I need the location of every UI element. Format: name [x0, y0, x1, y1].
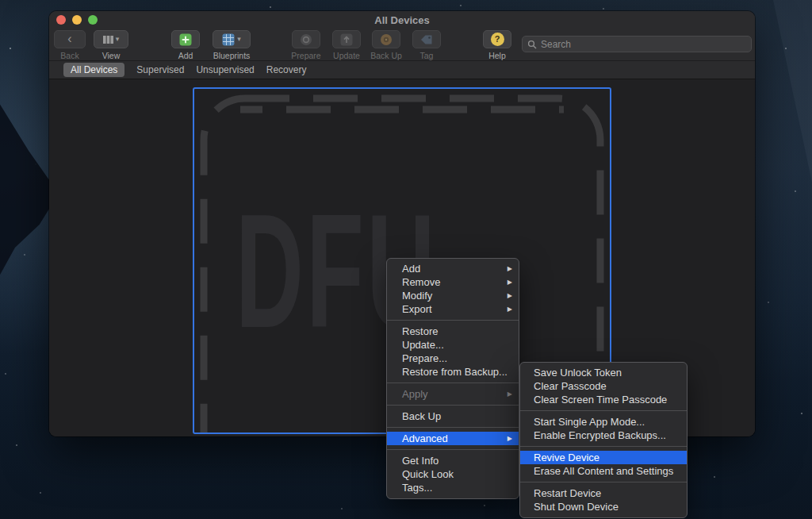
toolbar-add: Add [165, 30, 206, 60]
help-icon: ? [491, 33, 504, 46]
tab-recovery[interactable]: Recovery [266, 64, 307, 75]
back-up-button[interactable] [372, 30, 400, 48]
menu-separator [387, 383, 519, 383]
submenu-arrow-icon: ▶ [508, 279, 512, 286]
menu-item-label: Back Up [402, 410, 512, 422]
toolbar-back: ‹ Back [52, 30, 87, 60]
menu-item-label: Restore [402, 325, 512, 337]
menu-separator [520, 446, 687, 447]
toolbar-help: ? Help [477, 30, 517, 60]
menu-item-label: Quick Look [402, 468, 512, 480]
tag-label: Tag [408, 51, 446, 60]
menu-item-tags[interactable]: Tags... [387, 481, 519, 494]
advanced-submenu: Save Unlock TokenClear PasscodeClear Scr… [519, 362, 688, 518]
menu-item-apply: Apply▶ [387, 387, 519, 401]
menu-item-save-unlock-token[interactable]: Save Unlock Token [520, 366, 687, 379]
window-title: All Devices [49, 14, 755, 26]
tab-supervised[interactable]: Supervised [136, 64, 184, 75]
back-button[interactable]: ‹ [54, 30, 86, 48]
cliff-silhouette [756, 0, 812, 183]
back-up-label: Back Up [364, 51, 408, 60]
add-label: Add [165, 51, 206, 60]
tab-all-devices[interactable]: All Devices [63, 63, 124, 77]
menu-item-label: Modify [402, 290, 501, 302]
toolbar-view: ▾ View [92, 30, 130, 60]
menu-item-label: Add [402, 263, 501, 275]
add-button[interactable] [171, 30, 200, 48]
menu-item-enable-encrypted-backups[interactable]: Enable Encrypted Backups... [520, 429, 687, 442]
menu-item-label: Clear Screen Time Passcode [534, 394, 680, 406]
help-button[interactable]: ? [483, 30, 511, 48]
update-label: Update [327, 51, 366, 60]
menu-separator [520, 482, 687, 482]
toolbar: ‹ Back ▾ View A [49, 29, 755, 61]
menu-item-shut-down-device[interactable]: Shut Down Device [520, 500, 687, 513]
tab-unsupervised[interactable]: Unsupervised [196, 64, 254, 75]
menu-item-erase-all-content-and-settings[interactable]: Erase All Content and Settings [520, 464, 687, 478]
prepare-icon [300, 33, 312, 46]
chevron-down-icon: ▾ [237, 36, 241, 43]
chevron-down-icon: ▾ [116, 36, 120, 43]
submenu-arrow-icon: ▶ [508, 390, 512, 398]
menu-item-label: Advanced [402, 432, 501, 444]
menu-item-label: Start Single App Mode... [534, 416, 680, 428]
toolbar-back-up: Back Up [364, 30, 408, 60]
menu-item-label: Erase All Content and Settings [534, 465, 680, 477]
menu-item-add[interactable]: Add▶ [387, 262, 519, 275]
menu-item-restore-from-backup[interactable]: Restore from Backup... [387, 365, 519, 379]
menu-item-advanced[interactable]: Advanced▶ [387, 432, 519, 445]
menu-item-start-single-app-mode[interactable]: Start Single App Mode... [520, 415, 687, 429]
menu-item-export[interactable]: Export▶ [387, 302, 519, 316]
menu-item-label: Revive Device [534, 452, 680, 463]
menu-item-label: Apply [402, 388, 501, 400]
menu-item-remove[interactable]: Remove▶ [387, 275, 519, 289]
view-button[interactable]: ▾ [94, 30, 128, 48]
chevron-left-icon: ‹ [67, 33, 71, 45]
menu-item-restore[interactable]: Restore [387, 325, 519, 338]
menu-item-label: Tags... [402, 482, 512, 494]
menu-item-prepare[interactable]: Prepare... [387, 352, 519, 365]
window-titlebar[interactable]: All Devices [49, 11, 755, 29]
menu-separator [387, 320, 519, 321]
menu-item-revive-device[interactable]: Revive Device [520, 451, 687, 464]
menu-item-restart-device[interactable]: Restart Device [520, 486, 687, 500]
zoom-button[interactable] [88, 15, 98, 25]
submenu-arrow-icon: ▶ [508, 435, 512, 442]
minimize-button[interactable] [72, 15, 82, 25]
menu-item-label: Export [402, 303, 501, 315]
tag-icon [420, 33, 433, 46]
close-button[interactable] [56, 15, 66, 25]
submenu-arrow-icon: ▶ [508, 265, 512, 272]
back-up-icon [380, 33, 393, 46]
menu-item-label: Enable Encrypted Backups... [534, 429, 680, 441]
menu-item-label: Restore from Backup... [402, 366, 512, 378]
menu-item-label: Clear Passcode [534, 380, 680, 392]
search-field[interactable] [522, 36, 752, 52]
back-label: Back [52, 51, 87, 60]
view-label: View [92, 51, 130, 60]
menu-separator [520, 410, 687, 411]
menu-item-quick-look[interactable]: Quick Look [387, 467, 519, 481]
context-menu: Add▶Remove▶Modify▶Export▶RestoreUpdate..… [386, 258, 519, 499]
menu-item-update[interactable]: Update... [387, 338, 519, 352]
blueprints-label: Blueprints [205, 51, 259, 60]
toolbar-tag: Tag [408, 30, 446, 60]
menu-item-label: Restart Device [534, 487, 680, 499]
blueprints-button[interactable]: ▾ [213, 30, 251, 48]
help-label: Help [477, 51, 517, 60]
view-grid-icon [103, 36, 113, 44]
menu-item-label: Prepare... [402, 352, 512, 364]
menu-item-modify[interactable]: Modify▶ [387, 289, 519, 302]
update-button[interactable] [332, 30, 361, 48]
menu-item-clear-screen-time-passcode[interactable]: Clear Screen Time Passcode [520, 393, 687, 406]
scope-bar: All Devices Supervised Unsupervised Reco… [49, 61, 755, 79]
menu-item-back-up[interactable]: Back Up [387, 409, 519, 423]
menu-item-clear-passcode[interactable]: Clear Passcode [520, 379, 687, 393]
add-icon [179, 33, 192, 46]
tag-button[interactable] [412, 30, 441, 48]
submenu-arrow-icon: ▶ [508, 306, 512, 313]
menu-separator [387, 405, 519, 406]
search-input[interactable] [541, 39, 746, 50]
menu-item-get-info[interactable]: Get Info [387, 454, 519, 467]
prepare-button[interactable] [292, 30, 320, 48]
